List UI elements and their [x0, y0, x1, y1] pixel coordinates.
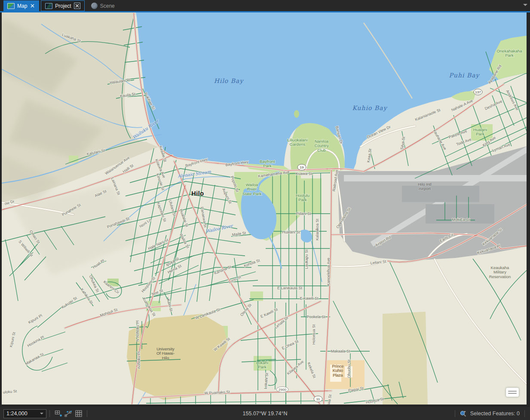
- tab-list-dropdown-icon[interactable]: [523, 4, 527, 6]
- unplaced-labels-indicator[interactable]: [506, 388, 519, 397]
- map-label: E Kawili St: [300, 296, 319, 300]
- tab-scene-label: Scene: [100, 3, 115, 9]
- tab-project[interactable]: Project: [41, 0, 84, 11]
- selection-magnifier-icon[interactable]: [459, 409, 468, 418]
- arcgis-pro-window: Map Project Scene: [0, 0, 530, 420]
- map-label: Kuawa St: [296, 172, 312, 176]
- close-icon[interactable]: [30, 3, 35, 9]
- snapping-icon[interactable]: [64, 409, 73, 418]
- map-label: Aohoku Pl: [137, 351, 141, 369]
- map-label: Ohuohu St: [347, 359, 351, 378]
- map-label: Hilo: [191, 190, 204, 197]
- map-label: Piilani St: [296, 212, 311, 216]
- close-icon[interactable]: [74, 3, 80, 9]
- map-label: Hilo Bay: [214, 77, 244, 85]
- map-label: Kuhio Bay: [352, 104, 387, 112]
- map-label: Puhi Bay: [449, 72, 480, 79]
- svg-text:2900: 2900: [279, 388, 286, 392]
- svg-text:137: 137: [475, 90, 481, 94]
- map-label: Pookela St: [306, 315, 325, 319]
- route-shield: 19: [297, 164, 306, 170]
- map-label: Holomua St: [312, 324, 316, 345]
- map-label: Makaala St: [331, 349, 350, 353]
- divider: [455, 410, 455, 417]
- chevron-down-icon: [40, 413, 43, 414]
- divider: [49, 410, 50, 417]
- milepost-marker: 2900: [276, 387, 288, 392]
- scene-globe-icon: [91, 3, 98, 9]
- selected-features-count: Selected Features: 0: [470, 411, 520, 417]
- map-viewport[interactable]: 19137112900 Hilo BayKuhio BayPuhi BayWai…: [2, 12, 527, 405]
- tab-map[interactable]: Map: [3, 0, 39, 11]
- tab-scene[interactable]: Scene: [87, 0, 119, 11]
- map-label: Mok Ea St: [452, 218, 470, 222]
- map-label: Kalanikoa St: [315, 218, 319, 240]
- scale-value: 1:24,000: [6, 411, 38, 417]
- map-label: LiliuokalaniGardens: [287, 138, 307, 147]
- svg-text:19: 19: [300, 166, 304, 169]
- map-tab-icon: [7, 3, 15, 9]
- divider: [524, 410, 525, 417]
- map-label: Hilo IntlAirport: [418, 182, 432, 191]
- route-shield: 137: [474, 89, 482, 95]
- route-shield: 11: [314, 396, 322, 402]
- svg-text:11: 11: [316, 397, 320, 401]
- status-bar: 1:24,000 155.07°W 19.74°N: [0, 407, 530, 420]
- scale-combobox[interactable]: 1:24,000: [3, 409, 46, 418]
- map-label: Kanoelehua Ave: [326, 258, 331, 285]
- tab-map-label: Map: [17, 3, 27, 9]
- project-tab-icon: [45, 3, 52, 9]
- prince-kuhio-plaza-area: [325, 360, 365, 389]
- map-label: Laukapu St: [304, 249, 309, 269]
- grid-plus-icon[interactable]: [54, 409, 62, 418]
- tab-project-label: Project: [55, 3, 71, 9]
- divider: [87, 410, 87, 417]
- grid-icon[interactable]: [74, 409, 83, 418]
- map-label: Hualani St: [282, 230, 300, 234]
- map-canvas: 19137112900 Hilo BayKuhio BayPuhi BayWai…: [2, 12, 527, 405]
- view-tab-bar: Map Project Scene: [0, 0, 530, 11]
- map-label: PrinceKuhioPlaza: [332, 364, 344, 377]
- map-label: N Aohoku Pl: [135, 320, 140, 342]
- map-label: E Lanikaula St: [277, 286, 303, 290]
